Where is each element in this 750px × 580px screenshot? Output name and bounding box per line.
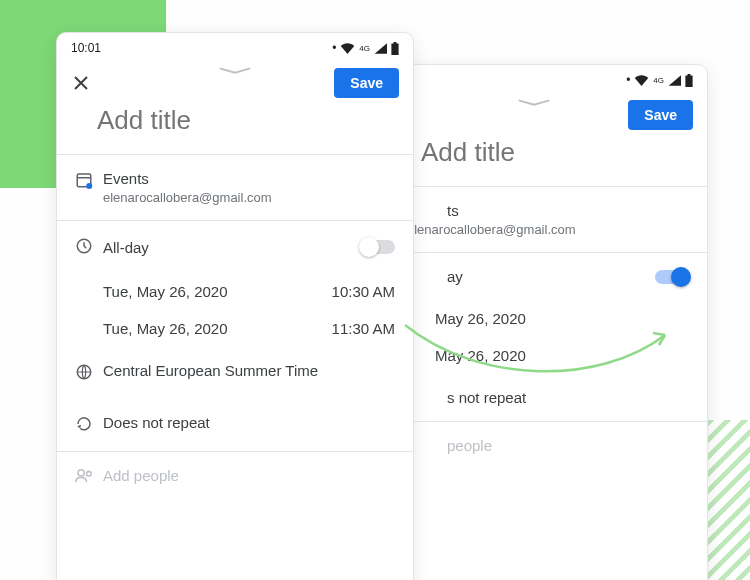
calendar-email: elenarocallobera@gmail.com [103, 190, 395, 205]
save-button[interactable]: Save [334, 68, 399, 98]
people-icon [75, 467, 103, 487]
save-button[interactable]: Save [628, 100, 693, 130]
allday-label: All-day [103, 239, 361, 256]
timezone-row[interactable]: Central European Summer Time [57, 347, 413, 399]
signal-icon [374, 43, 387, 54]
calendar-icon [75, 170, 103, 192]
statusbar: 10:01 • 4G [57, 33, 413, 63]
calendar-row[interactable]: Events elenarocallobera@gmail.com [57, 155, 413, 220]
allday-toggle-on[interactable] [655, 270, 689, 284]
allday-toggle-off[interactable] [361, 240, 395, 254]
status-icons: • 4G [626, 73, 693, 87]
start-date: May 26, 2020 [407, 310, 689, 327]
add-people-label: Add people [103, 467, 395, 484]
repeat-label: s not repeat [407, 389, 689, 406]
status-time: 10:01 [71, 41, 101, 55]
calendar-name: Events [103, 170, 395, 187]
end-date: May 26, 2020 [407, 347, 689, 364]
dot-icon: • [626, 73, 630, 87]
repeat-label: Does not repeat [103, 414, 395, 431]
signal-icon [668, 75, 681, 86]
battery-icon [391, 42, 399, 55]
battery-icon [685, 74, 693, 87]
end-row[interactable]: Tue, May 26, 2020 11:30 AM [57, 310, 413, 347]
title-input[interactable] [97, 103, 413, 154]
title-input[interactable] [421, 135, 708, 186]
close-button[interactable] [71, 73, 91, 93]
calendar-email: elenarocallobera@gmail.com [407, 222, 689, 237]
clock-icon [75, 236, 103, 258]
status-icons: • 4G [332, 41, 399, 55]
start-date[interactable]: Tue, May 26, 2020 [103, 283, 315, 300]
grabber-icon[interactable] [515, 99, 553, 107]
repeat-row[interactable]: Does not repeat [57, 399, 413, 451]
dot-icon: • [332, 41, 336, 55]
end-date[interactable]: Tue, May 26, 2020 [103, 320, 315, 337]
add-people-row[interactable]: Add people [57, 452, 413, 502]
phone-front: 10:01 • 4G Save Events elenarocallobera@… [56, 32, 414, 580]
wifi-icon [340, 43, 355, 54]
wifi-icon [634, 75, 649, 86]
svg-point-4 [78, 470, 84, 476]
timezone-label: Central European Summer Time [103, 362, 395, 379]
network-label: 4G [653, 76, 664, 85]
network-label: 4G [359, 44, 370, 53]
allday-row[interactable]: All-day [57, 221, 413, 273]
start-time[interactable]: 10:30 AM [315, 283, 395, 300]
close-icon [73, 75, 89, 91]
globe-icon [75, 362, 103, 384]
start-row[interactable]: Tue, May 26, 2020 10:30 AM [57, 273, 413, 310]
svg-point-5 [87, 471, 92, 476]
add-people-label: people [407, 437, 689, 454]
repeat-icon [75, 414, 103, 436]
grabber-icon[interactable] [216, 67, 254, 75]
svg-point-1 [86, 183, 92, 189]
end-time[interactable]: 11:30 AM [315, 320, 395, 337]
